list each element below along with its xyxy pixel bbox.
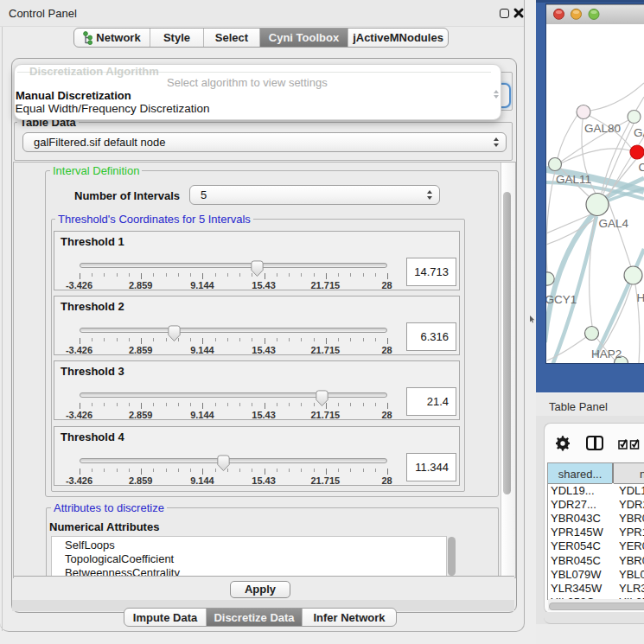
svg-text:HAP2: HAP2 <box>591 348 622 360</box>
svg-text:GA: GA <box>634 126 644 139</box>
svg-text:GAL4: GAL4 <box>599 217 629 230</box>
svg-text:GAL80: GAL80 <box>584 122 621 135</box>
svg-text:HI: HI <box>637 291 644 304</box>
svg-text:GAL11: GAL11 <box>556 173 591 186</box>
svg-text:C: C <box>639 161 644 174</box>
svg-text:GCY1: GCY1 <box>546 293 577 306</box>
